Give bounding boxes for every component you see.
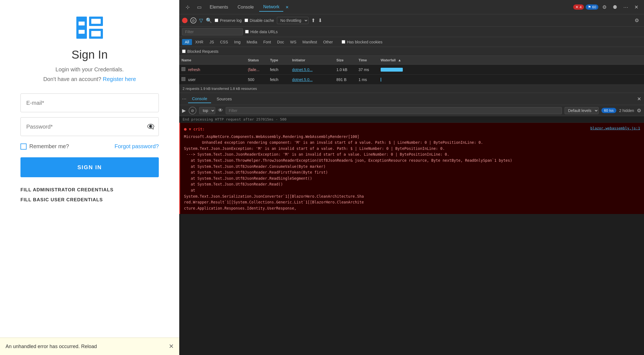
type-img-button[interactable]: Img bbox=[231, 39, 243, 45]
type-other-button[interactable]: Other bbox=[320, 39, 336, 45]
filter-input[interactable] bbox=[182, 28, 243, 35]
type-filter-row: All XHR JS CSS Img Media Font Doc WS Man… bbox=[179, 37, 644, 47]
context-select[interactable]: top bbox=[199, 107, 215, 114]
console-panel: ⋯ Console Sources ✕ ▶ ⊘ top 👁 Default le… bbox=[179, 93, 644, 355]
blocked-requests-label[interactable]: Blocked Requests bbox=[182, 49, 219, 54]
run-button[interactable]: ▶ bbox=[182, 108, 186, 114]
hide-urls-checkbox[interactable] bbox=[245, 30, 249, 33]
blocked-requests-text: Blocked Requests bbox=[187, 49, 219, 54]
row-1-status: (faile... bbox=[248, 67, 270, 72]
eye-icon[interactable]: 👁 bbox=[218, 108, 223, 113]
filter-icon[interactable]: ▽ bbox=[199, 17, 203, 24]
col-initiator[interactable]: Initiator bbox=[292, 58, 336, 62]
col-size[interactable]: Size bbox=[336, 58, 359, 62]
table-row[interactable]: user 500 fetch dotnet.5.0... 891 B 1 ms bbox=[179, 75, 644, 85]
forgot-password-link[interactable]: Forgot password? bbox=[115, 143, 159, 150]
remember-label[interactable]: Remember me? bbox=[20, 143, 69, 150]
register-line: Don't have an account? Register here bbox=[43, 76, 136, 82]
error-block: ● ▼ crit: blazor.webassembly.js:1 Micros… bbox=[179, 123, 644, 214]
type-css-button[interactable]: CSS bbox=[217, 39, 231, 45]
blocked-row: Blocked Requests bbox=[179, 47, 644, 56]
logo bbox=[76, 17, 103, 40]
device-toolbar-icon[interactable]: ▭ bbox=[194, 2, 204, 12]
type-ws-button[interactable]: WS bbox=[287, 39, 299, 45]
row-2-status: 500 bbox=[248, 77, 270, 82]
disable-cache-checkbox[interactable] bbox=[245, 19, 248, 22]
tab-elements[interactable]: Elements bbox=[206, 3, 232, 11]
settings-icon[interactable]: ⚙ bbox=[600, 3, 609, 11]
inspect-element-icon[interactable]: ⊹ bbox=[183, 2, 193, 12]
tab-network[interactable]: Network bbox=[259, 3, 283, 12]
throttle-select[interactable]: No throttling bbox=[277, 17, 308, 24]
disable-cache-text: Disable cache bbox=[250, 18, 274, 23]
password-toggle-icon[interactable]: 👁‍🗨 bbox=[147, 123, 154, 130]
row-2-time: 1 ms bbox=[359, 77, 381, 82]
download-icon[interactable]: ⬇ bbox=[318, 17, 322, 24]
error-badge: ✕ 4 bbox=[573, 4, 584, 10]
hide-urls-label[interactable]: Hide data URLs bbox=[245, 30, 278, 34]
type-doc-button[interactable]: Doc bbox=[274, 39, 287, 45]
console-settings-icon[interactable]: ⚙ bbox=[637, 108, 641, 114]
password-field[interactable] bbox=[20, 117, 159, 136]
tab-console-bottom[interactable]: Console bbox=[188, 95, 211, 103]
col-type[interactable]: Type bbox=[270, 58, 292, 62]
blocked-requests-checkbox[interactable] bbox=[182, 49, 186, 53]
error-badge-icon: ✕ bbox=[575, 5, 578, 9]
register-link[interactable]: Register here bbox=[103, 76, 136, 82]
col-status[interactable]: Status bbox=[248, 58, 270, 62]
console-close-button[interactable]: ✕ bbox=[637, 96, 641, 102]
col-time[interactable]: Time bbox=[359, 58, 381, 62]
clear-button[interactable]: ⊘ bbox=[190, 17, 196, 24]
tab-close-icon[interactable]: ✕ bbox=[285, 5, 289, 9]
more-options-icon[interactable]: ⋯ bbox=[621, 3, 630, 11]
error-close-button[interactable]: ✕ bbox=[169, 343, 174, 350]
search-icon[interactable]: 🔍 bbox=[206, 17, 212, 24]
user-icon[interactable]: ⚉ bbox=[611, 3, 619, 11]
type-all-button[interactable]: All bbox=[182, 39, 192, 45]
type-js-button[interactable]: JS bbox=[207, 39, 217, 45]
row-1-size: 1.0 kB bbox=[336, 67, 359, 72]
no-errors-button[interactable]: ⊘ bbox=[189, 107, 196, 114]
type-xhr-button[interactable]: XHR bbox=[193, 39, 206, 45]
console-filter-input[interactable] bbox=[226, 107, 562, 114]
disable-cache-label[interactable]: Disable cache bbox=[245, 18, 274, 23]
preserve-log-checkbox[interactable] bbox=[215, 19, 218, 22]
type-media-button[interactable]: Media bbox=[244, 39, 260, 45]
login-panel: Sign In Login with your Credentials. Don… bbox=[0, 0, 179, 355]
email-field[interactable] bbox=[20, 93, 159, 112]
row-1-checkbox[interactable] bbox=[181, 67, 185, 71]
row-1-waterfall bbox=[381, 68, 642, 72]
default-levels-select[interactable]: Default levels bbox=[565, 107, 599, 114]
sign-in-button[interactable]: SIGN IN bbox=[20, 157, 159, 177]
has-blocked-label[interactable]: Has blocked cookies bbox=[342, 40, 382, 44]
preserve-log-label[interactable]: Preserve log bbox=[215, 18, 242, 23]
fill-admin-label[interactable]: FILL ADMINISTRATOR CREDENTIALS bbox=[20, 187, 159, 193]
network-settings-icon[interactable]: ⚙ bbox=[632, 16, 641, 25]
devtools-panel: ⊹ ▭ Elements Console Network ✕ ✕ 4 ⚑ 60 … bbox=[179, 0, 644, 355]
upload-icon[interactable]: ⬆ bbox=[311, 17, 315, 24]
error-source-link[interactable]: blazor.webassembly.js:1 bbox=[590, 126, 640, 131]
col-name[interactable]: Name bbox=[181, 58, 248, 62]
error-bar: An unhandled error has occurred. Reload … bbox=[0, 338, 179, 355]
type-font-button[interactable]: Font bbox=[261, 39, 274, 45]
tab-sources-bottom[interactable]: Sources bbox=[213, 95, 236, 103]
row-2-checkbox[interactable] bbox=[181, 77, 185, 81]
svg-rect-6 bbox=[91, 31, 101, 36]
password-wrapper: 👁‍🗨 bbox=[20, 117, 159, 136]
console-drag-icon[interactable]: ⋯ bbox=[182, 96, 186, 101]
error-badge-count: 4 bbox=[580, 5, 581, 9]
row-2-initiator[interactable]: dotnet.5.0... bbox=[292, 77, 336, 82]
tab-console[interactable]: Console bbox=[234, 3, 258, 11]
login-form: 👁‍🗨 Remember me? Forgot password? SIGN I… bbox=[20, 93, 159, 203]
table-row[interactable]: refresh (faile... fetch dotnet.5.0... 1.… bbox=[179, 65, 644, 75]
remember-checkbox[interactable] bbox=[20, 143, 27, 150]
preserve-log-text: Preserve log bbox=[220, 18, 242, 23]
record-button[interactable] bbox=[182, 18, 188, 23]
issues-badge[interactable]: 60 Iss bbox=[601, 108, 617, 113]
fill-basic-label[interactable]: FILL BASIC USER CREDENTIALS bbox=[20, 197, 159, 203]
type-manifest-button[interactable]: Manifest bbox=[300, 39, 320, 45]
has-blocked-checkbox[interactable] bbox=[342, 40, 345, 44]
devtools-close-button[interactable]: ✕ bbox=[632, 3, 641, 11]
col-waterfall[interactable]: Waterfall ▲ bbox=[381, 58, 642, 62]
row-1-initiator[interactable]: dotnet.5.0... bbox=[292, 67, 336, 72]
